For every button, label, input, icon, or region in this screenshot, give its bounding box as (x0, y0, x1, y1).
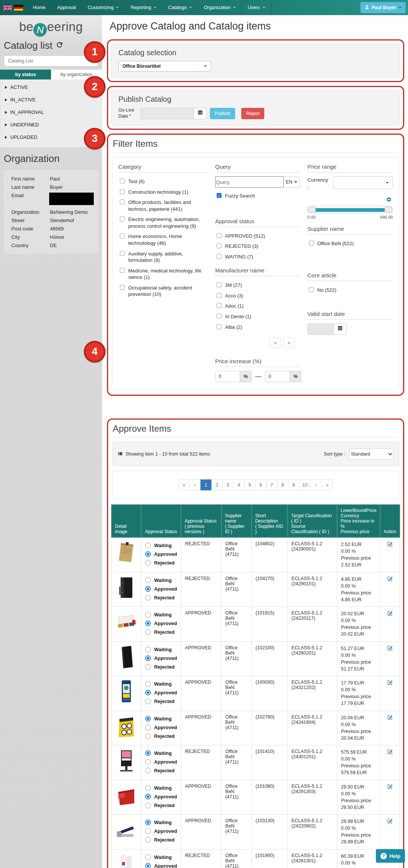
radio-approved[interactable] (145, 586, 151, 592)
nav-item-approval[interactable]: Approval (51, 0, 81, 15)
manufacturer-checkbox[interactable] (217, 293, 222, 298)
radio-waiting[interactable] (145, 785, 151, 791)
edit-item-icon[interactable] (387, 716, 393, 722)
page-button-1[interactable]: 1 (200, 479, 212, 490)
radio-rejected[interactable] (145, 733, 151, 739)
page-button-6[interactable]: 6 (255, 479, 267, 490)
radio-waiting[interactable] (145, 716, 151, 722)
valid-start-date-input[interactable] (307, 324, 334, 335)
radio-approved[interactable] (145, 863, 151, 868)
pagination-arrow-button[interactable]: « (178, 479, 190, 490)
edit-item-icon[interactable] (387, 578, 393, 583)
refresh-icon[interactable] (56, 40, 64, 51)
radio-waiting[interactable] (145, 612, 151, 618)
radio-approved[interactable] (145, 725, 151, 730)
page-button-5[interactable]: 5 (244, 479, 256, 490)
approval-status-checkbox[interactable] (217, 243, 222, 248)
manufacturer-checkbox[interactable] (217, 282, 222, 287)
radio-waiting[interactable] (145, 577, 151, 583)
price-increase-from-input[interactable] (215, 371, 240, 382)
radio-waiting[interactable] (145, 820, 151, 825)
page-button-4[interactable]: 4 (233, 479, 245, 490)
slider-handle-max[interactable] (385, 207, 392, 213)
tab-by-status[interactable]: by status (0, 70, 51, 79)
radio-approved[interactable] (145, 551, 151, 557)
approval-status-checkbox[interactable] (217, 254, 222, 259)
pagination-arrow-button[interactable]: ‹ (189, 479, 201, 490)
radio-waiting[interactable] (145, 543, 151, 548)
price-range-slider[interactable] (307, 206, 393, 213)
catalog-select-dropdown[interactable]: Office Büroartikel (118, 61, 211, 72)
supplier-checkbox[interactable] (309, 241, 314, 246)
core-article-checkbox[interactable] (309, 287, 314, 292)
page-button-8[interactable]: 8 (277, 479, 289, 490)
golive-date-input[interactable] (140, 108, 194, 119)
radio-approved[interactable] (145, 655, 151, 661)
category-checkbox[interactable] (120, 285, 125, 290)
category-checkbox[interactable] (120, 251, 125, 256)
query-language-dropdown[interactable]: EN (284, 176, 300, 188)
price-increase-to-input[interactable] (265, 371, 290, 382)
prev-page-button[interactable]: « (270, 338, 281, 348)
radio-waiting[interactable] (145, 750, 151, 756)
edit-item-icon[interactable] (387, 612, 393, 618)
currency-select-dropdown[interactable] (333, 176, 393, 189)
radio-rejected[interactable] (145, 664, 151, 670)
next-page-button[interactable]: » (283, 338, 295, 348)
nav-item-users[interactable]: Users (242, 0, 271, 15)
radio-approved[interactable] (145, 621, 151, 626)
page-button-10[interactable]: 10 (299, 479, 311, 490)
gear-icon[interactable] (386, 196, 392, 204)
radio-approved[interactable] (145, 828, 151, 834)
page-button-7[interactable]: 7 (266, 479, 278, 490)
page-button-3[interactable]: 3 (222, 479, 234, 490)
radio-waiting[interactable] (145, 681, 151, 687)
page-button-9[interactable]: 9 (288, 479, 299, 490)
sidebar-item-in_approval[interactable]: IN_APPROVAL (0, 106, 102, 118)
radio-approved[interactable] (145, 759, 151, 765)
nav-item-customizing[interactable]: Customizing (82, 0, 125, 15)
query-input[interactable] (215, 176, 284, 188)
nav-item-catalogs[interactable]: Catalogs (162, 0, 198, 15)
nav-item-home[interactable]: Home (27, 0, 51, 15)
radio-rejected[interactable] (145, 629, 151, 635)
sort-type-select[interactable]: Standard (349, 448, 394, 460)
edit-item-icon[interactable] (387, 543, 393, 548)
category-checkbox[interactable] (120, 189, 125, 194)
uk-flag-icon[interactable] (3, 5, 12, 11)
radio-waiting[interactable] (145, 647, 151, 652)
publish-button[interactable]: Publish (210, 108, 235, 119)
fuzzy-search-checkbox[interactable]: ✓ (217, 193, 222, 198)
radio-rejected[interactable] (145, 698, 151, 704)
golive-calendar-button[interactable] (194, 108, 207, 119)
sidebar-item-undefined[interactable]: UNDEFINED (0, 118, 102, 131)
pagination-arrow-button[interactable]: » (321, 479, 333, 490)
approval-status-checkbox[interactable] (217, 233, 222, 238)
edit-item-icon[interactable] (387, 786, 393, 791)
radio-waiting[interactable] (145, 854, 151, 860)
radio-approved[interactable] (145, 794, 151, 800)
edit-item-icon[interactable] (387, 820, 393, 825)
edit-item-icon[interactable] (387, 647, 393, 652)
category-checkbox[interactable] (120, 216, 125, 221)
user-menu-button[interactable]: Paul Buyer (360, 2, 406, 13)
manufacturer-checkbox[interactable] (217, 314, 222, 319)
category-checkbox[interactable] (120, 233, 125, 238)
help-button[interactable]: ? Help (376, 849, 405, 863)
nav-item-organization[interactable]: Organization (198, 0, 242, 15)
reject-button[interactable]: Reject (241, 108, 264, 119)
edit-item-icon[interactable] (387, 751, 393, 756)
pagination-arrow-button[interactable]: › (310, 479, 322, 490)
german-flag-icon[interactable] (14, 5, 23, 11)
sidebar-item-in_active[interactable]: IN_ACTIVE (0, 93, 102, 106)
radio-rejected[interactable] (145, 560, 151, 566)
manufacturer-checkbox[interactable] (217, 324, 222, 329)
edit-item-icon[interactable] (387, 681, 393, 687)
radio-approved[interactable] (145, 690, 151, 695)
valid-start-calendar-button[interactable] (334, 324, 347, 335)
catalog-search-input[interactable] (4, 55, 98, 67)
radio-rejected[interactable] (145, 595, 151, 600)
nav-item-reporting[interactable]: Reporting (124, 0, 162, 15)
slider-handle-min[interactable] (308, 207, 316, 213)
page-button-2[interactable]: 2 (211, 479, 223, 490)
